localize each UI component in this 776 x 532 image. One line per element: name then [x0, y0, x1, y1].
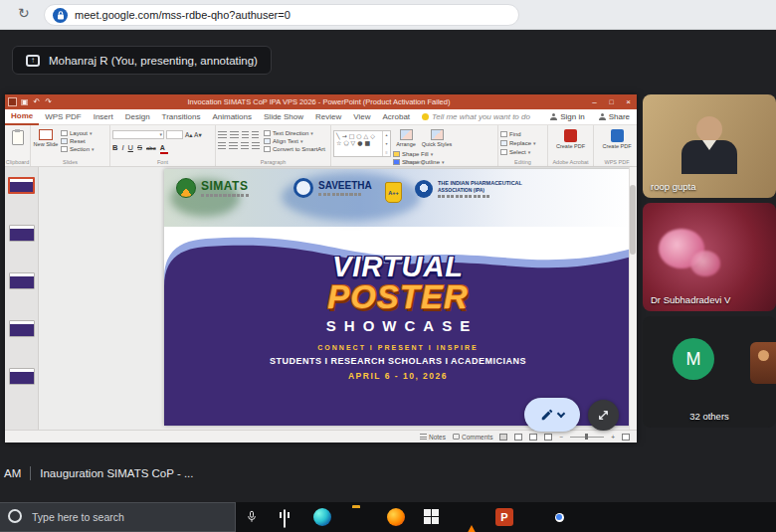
arrange-button[interactable]: Arrange	[391, 127, 421, 147]
powerpoint-app-icon	[8, 97, 17, 106]
simats-emblem-icon	[176, 178, 196, 198]
cortana-icon[interactable]	[8, 509, 22, 523]
gallery-scrollbar[interactable]: ▴▾≡	[382, 131, 390, 156]
tab-wps-pdf[interactable]: WPS PDF	[39, 109, 87, 124]
shape-fill-button[interactable]: Shape Fill▾	[393, 151, 445, 157]
slide-thumbnail-1[interactable]	[8, 177, 35, 194]
presenter-label: Mohanraj R (You, presenting, annotating)	[49, 55, 258, 67]
minimize-button[interactable]: –	[586, 94, 603, 109]
participant-tile-others[interactable]: M 32 others	[643, 316, 776, 428]
participant-tile-roop-gupta[interactable]: roop gupta	[643, 94, 776, 198]
find-button[interactable]: Find	[500, 131, 545, 137]
slide-thumbnail-3[interactable]	[9, 272, 35, 289]
outdent-icon[interactable]	[252, 131, 259, 138]
zoom-out-icon[interactable]: −	[559, 434, 563, 441]
align-text-button[interactable]: Align Text▾	[264, 138, 328, 144]
layout-button[interactable]: Layout▾	[61, 130, 107, 136]
participant-tile-subhadradevi[interactable]: Dr Subhadradevi V	[643, 203, 776, 311]
reload-icon[interactable]: ↻	[18, 5, 30, 21]
tab-review[interactable]: Review	[309, 109, 347, 124]
ribbon-group-paragraph: Text Direction▾ Align Text▾ Convert to S…	[216, 125, 331, 166]
strikethrough-button[interactable]: S	[137, 143, 142, 152]
tab-acrobat[interactable]: Acrobat	[376, 109, 416, 124]
slide-thumbnail-2[interactable]	[9, 225, 35, 242]
bold-button[interactable]: B	[112, 143, 117, 152]
bullets-icon[interactable]	[218, 131, 227, 138]
underline-button[interactable]: U	[128, 143, 133, 152]
new-slide-button[interactable]: New Slide	[33, 127, 59, 147]
comments-icon	[453, 434, 460, 440]
zoom-in-icon[interactable]: +	[611, 434, 615, 441]
taskbar-icon-firefox[interactable]	[387, 508, 405, 526]
font-color-button[interactable]: A	[160, 145, 168, 153]
shapes-gallery[interactable]: ╲→□○△◇ ☆⬠▽●■ ▴▾≡	[333, 130, 391, 157]
maximize-button[interactable]: □	[603, 94, 620, 109]
taskbar-icon-vlc[interactable]	[464, 508, 480, 532]
task-view-icon[interactable]	[284, 509, 286, 528]
annotation-pen-button[interactable]	[524, 398, 580, 432]
align-right-icon[interactable]	[241, 142, 249, 149]
share-button[interactable]: Share	[592, 112, 637, 121]
taskbar-search-input[interactable]	[0, 502, 236, 532]
slide-thumbnail-5[interactable]	[9, 368, 35, 385]
slideshow-view-icon[interactable]	[544, 434, 552, 441]
tab-animations[interactable]: Animations	[206, 109, 258, 124]
sign-in-button[interactable]: Sign in	[543, 112, 591, 121]
tab-view[interactable]: View	[347, 109, 376, 124]
close-button[interactable]: ×	[620, 94, 637, 109]
taskbar-icon-powerpoint[interactable]: P	[495, 508, 513, 526]
tab-home[interactable]: Home	[5, 108, 39, 125]
taskbar-mic-icon[interactable]	[246, 509, 258, 528]
justify-icon[interactable]	[252, 142, 260, 149]
tab-transitions[interactable]: Transitions	[156, 109, 207, 124]
quick-access-toolbar[interactable]: ▣↶↷	[21, 97, 52, 106]
address-bar[interactable]: meet.google.com/mss-rdbe-qho?authuser=0	[44, 4, 519, 26]
fullscreen-button[interactable]	[588, 400, 619, 431]
notes-button[interactable]: Notes	[420, 434, 446, 441]
select-button[interactable]: Select▾	[500, 149, 545, 155]
slide-title-showcase: SHOWCASE	[164, 316, 632, 336]
text-direction-button[interactable]: Text Direction▾	[264, 130, 328, 136]
font-name-combobox[interactable]	[112, 130, 164, 139]
replace-button[interactable]: Replace▾	[500, 140, 545, 146]
normal-view-icon[interactable]	[499, 434, 507, 441]
clear-formatting-button[interactable]: abc	[146, 145, 156, 151]
new-slide-icon	[39, 129, 53, 140]
site-info-icon[interactable]	[53, 8, 68, 23]
chevron-down-icon	[557, 409, 565, 417]
tab-design[interactable]: Design	[119, 109, 156, 124]
taskbar-icon-windows-store[interactable]	[424, 509, 439, 524]
reset-button[interactable]: Reset	[61, 138, 107, 144]
taskbar-icon-edge[interactable]	[313, 508, 331, 526]
acrobat-create-pdf-button[interactable]: Create PDF	[550, 127, 591, 149]
tab-insert[interactable]: Insert	[88, 109, 119, 124]
current-slide[interactable]: SIMATS SAVEETHA A++ THE INDIAN PHARMACEU…	[164, 169, 632, 426]
font-size-combobox[interactable]	[166, 130, 183, 139]
fit-slide-icon[interactable]	[622, 434, 630, 441]
section-button[interactable]: Section▾	[61, 146, 107, 152]
align-left-icon[interactable]	[218, 142, 226, 149]
canvas-scrollbar[interactable]	[629, 167, 637, 430]
comments-button[interactable]: Comments	[453, 434, 492, 441]
shape-square-icon: ■	[364, 139, 370, 146]
wps-create-pdf-button[interactable]: Create PDF	[596, 127, 638, 149]
convert-smartart-button[interactable]: Convert to SmartArt	[264, 146, 328, 152]
url-text: meet.google.com/mss-rdbe-qho?authuser=0	[75, 9, 291, 21]
align-center-icon[interactable]	[229, 142, 237, 149]
slide-sorter-view-icon[interactable]	[514, 434, 522, 441]
slide-thumbnail-4[interactable]	[9, 320, 35, 337]
shape-oval-icon: ○	[356, 132, 361, 139]
numbering-icon[interactable]	[230, 131, 239, 138]
indent-icon[interactable]	[242, 131, 249, 138]
italic-button[interactable]: I	[121, 143, 123, 152]
quick-styles-button[interactable]: Quick Styles	[421, 127, 453, 147]
presenting-icon: ↑	[26, 55, 40, 67]
lightbulb-icon	[422, 113, 429, 120]
tell-me-box[interactable]: Tell me what you want to do	[416, 112, 536, 121]
paste-button[interactable]	[12, 130, 24, 145]
grow-shrink-font-icons[interactable]: A▴ A▾	[185, 131, 202, 139]
tab-slide-show[interactable]: Slide Show	[258, 109, 309, 124]
flower-photo-2	[690, 251, 720, 276]
reading-view-icon[interactable]	[529, 434, 537, 441]
zoom-slider[interactable]	[570, 437, 604, 438]
